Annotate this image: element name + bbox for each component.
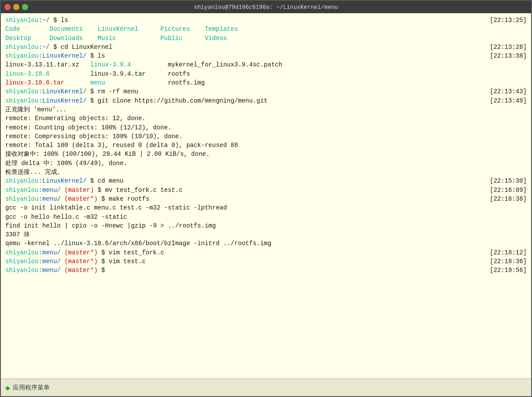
terminal-line: remote: Compressing objects: 100% (10/10… <box>5 132 527 141</box>
close-button[interactable] <box>4 4 11 10</box>
window-title: shiyanlou@79d106c6198a: ~/LinuxKernel/me… <box>194 4 338 11</box>
terminal-line: shiyanlou:menu/ (master*) $ vim test.c[2… <box>5 257 527 266</box>
terminal-line: remote: Enumerating objects: 12, done. <box>5 114 527 123</box>
terminal-line: find init hello | cpio -o -Hnewc |gzip -… <box>5 221 527 230</box>
terminal-line: remote: Total 100 (delta 3), reused 0 (d… <box>5 141 527 150</box>
terminal-line: shiyanlou:LinuxKernel/ $ git clone https… <box>5 96 527 105</box>
apps-menu-button[interactable]: ◆ 应用程序菜单 <box>5 383 50 393</box>
titlebar: shiyanlou@79d106c6198a: ~/LinuxKernel/me… <box>1 1 531 13</box>
terminal-line: shiyanlou:menu/ (master*) $ [22:19:56] <box>5 266 527 275</box>
terminal-line: shiyanlou:~/ $ ls[22:13:25] <box>5 16 527 25</box>
terminal-line: qemu -kernel ../linux-3.18.6/arch/x86/bo… <box>5 239 527 248</box>
apps-label: 应用程序菜单 <box>13 384 50 392</box>
titlebar-controls <box>4 4 28 10</box>
terminal-line: remote: Counting objects: 100% (12/12), … <box>5 123 527 132</box>
terminal-line: shiyanlou:menu/ (master*) $ vim test_for… <box>5 248 527 257</box>
minimize-button[interactable] <box>13 4 19 10</box>
terminal-body[interactable]: shiyanlou:~/ $ ls[22:13:25] Code Documen… <box>1 13 531 379</box>
terminal-line: Desktop Downloads Music Public Videos <box>5 34 527 43</box>
terminal-line: 检查连接... 完成。 <box>5 168 527 176</box>
diamond-icon: ◆ <box>5 383 10 393</box>
terminal-line: shiyanlou:LinuxKernel/ $ ls[22:13:38] <box>5 51 527 60</box>
terminal-line: shiyanlou:~/ $ cd LinuxKernel[22:13:28] <box>5 43 527 51</box>
terminal-line: shiyanlou:menu/ (master) $ mv test_fork.… <box>5 186 527 195</box>
terminal-line: 3307 块 <box>5 230 527 239</box>
terminal-line: linux-3.18.6 linux-3.9.4.tar rootfs <box>5 70 527 78</box>
terminal-line: Code Documents LinuxKernel Pictures Temp… <box>5 25 527 33</box>
terminal-line: linux-3.18.6.tar menu rootfs.img <box>5 78 527 87</box>
terminal-line: shiyanlou:LinuxKernel/ $ cd menu[22:15:3… <box>5 176 527 185</box>
terminal-window: shiyanlou@79d106c6198a: ~/LinuxKernel/me… <box>0 0 532 397</box>
terminal-line: gcc -o init linktable.c menu.c test.c -m… <box>5 203 527 212</box>
terminal-line: shiyanlou:LinuxKernel/ $ rm -rf menu[22:… <box>5 87 527 96</box>
terminal-line: linux-3.13.11.tar.xz linux-3.9.4 mykerne… <box>5 60 527 69</box>
terminal-line: 正克隆到 'menu'... <box>5 105 527 114</box>
terminal-line: gcc -o hello hello.c -m32 -static <box>5 213 527 221</box>
terminal-line: 处理 delta 中: 100% (49/49), done. <box>5 159 527 168</box>
terminal-line: 接收对象中: 100% (100/100), 29.44 KiB | 2.00 … <box>5 150 527 158</box>
taskbar: ◆ 应用程序菜单 <box>1 379 531 396</box>
maximize-button[interactable] <box>22 4 28 10</box>
terminal-line: shiyanlou:menu/ (master*) $ make rootfs[… <box>5 195 527 203</box>
